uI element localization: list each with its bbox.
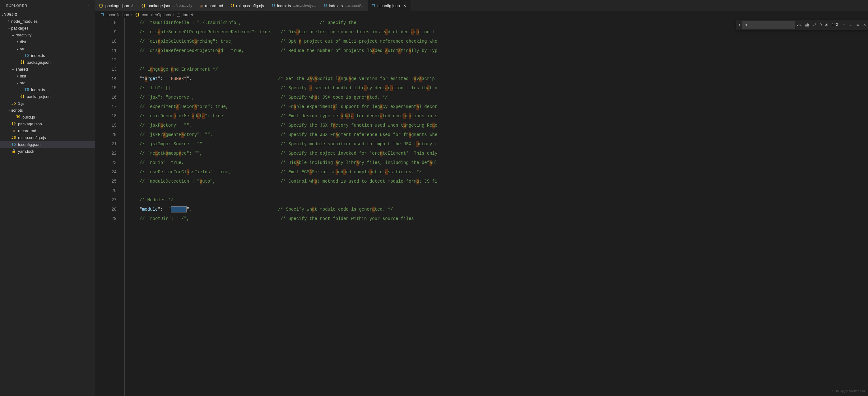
editor-tab[interactable]: JSrollup.config.cjs [227,0,268,11]
ts-icon: TS [24,87,29,92]
code-line[interactable]: // "jsx": "preserve", /* Specify what JS… [129,93,868,102]
watermark: CSDN @youyoufenglai [830,389,865,393]
breadcrumb-item[interactable]: target [183,12,193,17]
regex-button[interactable]: .* [811,22,817,28]
tab-name: package.json [148,3,172,8]
find-prev-icon[interactable]: ↑ [841,22,847,28]
find-close-icon[interactable]: ✕ [861,22,868,28]
code-editor[interactable]: 8910111213141516171819202122232425262728… [95,18,868,396]
editor-tab[interactable]: {}package.json.\ [95,0,137,11]
breadcrumb[interactable]: TStsconfig.json›{}compilerOptions›▢targe… [95,11,868,18]
code-line[interactable] [129,186,868,195]
workspace-header[interactable]: ⌄ VUE3-2 [0,11,95,18]
folder-item[interactable]: ⌄src [0,79,95,86]
workspace-name: VUE3-2 [4,12,18,16]
tab-bar: {}package.json.\{}package.json...\reacti… [95,0,868,11]
chevron-right-icon: › [15,39,20,44]
folder-item[interactable]: ⌄scripts [0,107,95,114]
code-line[interactable]: // "jsxFragmentFactory": "", /* Specify … [129,130,868,140]
chevron-down-icon: ⌄ [6,108,11,112]
file-item[interactable]: JSbuild.js [0,114,95,120]
find-next-icon[interactable]: ↓ [847,22,854,28]
folder-item[interactable]: ⌄packages [0,25,95,31]
folder-item[interactable]: ⌄shared [0,66,95,72]
file-item[interactable]: TSindex.ts [0,86,95,93]
code-line[interactable]: // "disableReferencedProjectLoad": true,… [129,46,868,55]
explorer-title: EXPLORER [6,4,27,7]
chevron-down-icon: ⌄ [1,12,4,17]
code-line[interactable]: // "experimentalDecorators": true, /* En… [129,102,868,111]
editor-tab[interactable]: TStsconfig.json✕ [369,0,410,11]
md-icon: ◆ [200,3,203,8]
explorer-sidebar: EXPLORER ··· ⌄ VUE3-2 ›node_modules⌄pack… [0,0,95,396]
editor-tab[interactable]: ◆record.md [196,0,227,11]
explorer-more-icon[interactable]: ··· [87,4,91,7]
folder-label: dist [20,39,26,44]
file-label: index.ts [31,87,45,92]
chevron-right-icon: › [131,12,132,17]
match-case-button[interactable]: Aa [796,22,803,28]
editor-tab[interactable]: TSindex.ts...\shared\... [320,0,369,11]
folder-label: shared [16,67,28,71]
editor-area: {}package.json.\{}package.json...\reacti… [95,0,868,396]
editor-tab[interactable]: TSindex.ts...\reactivity\... [268,0,320,11]
file-item[interactable]: 🔒yarn.lock [0,148,95,155]
file-item[interactable]: {}package.json [0,59,95,66]
folder-item[interactable]: ›node_modules [0,18,95,25]
code-line[interactable]: // "disableSolutionSearching": true, /* … [129,37,868,46]
breadcrumb-item[interactable]: tsconfig.json [107,12,129,17]
js-icon: JS [11,101,16,106]
find-input[interactable] [742,21,795,29]
file-label: rollup.config.cjs [18,135,46,140]
file-item[interactable]: {}package.json [0,93,95,100]
folder-item[interactable]: ›dist [0,38,95,45]
symbol-icon: ▢ [177,12,180,17]
js-icon: JS [231,4,234,7]
file-label: tsconfig.json [18,142,40,147]
js-icon: JS [16,115,21,119]
folder-item[interactable]: ›dist [0,72,95,79]
editor-tab[interactable]: {}package.json...\reactivity [137,0,196,11]
code-line[interactable]: /* Language and Environment */ [129,65,868,74]
code-line[interactable]: // "noLib": true, /* Disable including a… [129,158,868,167]
code-line[interactable]: // "useDefineForClassFields": true, /* E… [129,167,868,177]
file-item[interactable]: TStsconfig.json [0,141,95,148]
file-label: index.ts [31,53,45,58]
folder-item[interactable]: ⌄reactivity [0,31,95,38]
find-widget: › Aa ab .* ? of 442 ↑ ↓ ≡ ✕ [736,20,868,30]
find-filter-icon[interactable]: ≡ [854,22,861,28]
file-item[interactable]: ◆record.md [0,127,95,134]
file-label: package.json [27,94,51,99]
json-icon: {} [20,94,25,99]
code-line[interactable]: "target": "ESNext", /* Set the JavaScrip… [129,74,868,83]
js-icon: JS [11,135,16,140]
chevron-down-icon: ⌄ [15,47,20,51]
code-line[interactable]: // "lib": [], /* Specify a set of bundle… [129,83,868,93]
code-line[interactable]: /* Modules */ [129,195,868,205]
code-line[interactable]: // "rootDir": "./", /* Specify the root … [129,214,868,223]
whole-word-button[interactable]: ab [803,22,810,28]
code-line[interactable] [129,55,868,65]
code-line[interactable]: // "emitDecoratorMetadata": true, /* Emi… [129,111,868,121]
code-line[interactable]: // "jsxFactory": "", /* Specify the JSX … [129,121,868,130]
ts-icon: TS [101,13,104,16]
code-line[interactable]: "module": "ESNext", /* Specify what modu… [129,205,868,214]
tab-name: package.json [105,3,129,8]
file-item[interactable]: {}package.json [0,120,95,127]
file-item[interactable]: JSrollup.config.cjs [0,134,95,141]
tab-detail: ...\shared\... [345,3,364,8]
code-line[interactable]: // "reactNamespace": "", /* Specify the … [129,149,868,158]
folder-item[interactable]: ⌄src [0,45,95,52]
code-line[interactable]: // "moduleDetection": "auto", /* Control… [129,177,868,186]
file-item[interactable]: TSindex.ts [0,52,95,59]
file-tree: ›node_modules⌄packages⌄reactivity›dist⌄s… [0,18,95,155]
code-line[interactable]: // "jsxImportSource": "", /* Specify mod… [129,140,868,149]
file-item[interactable]: JS1.js [0,100,95,107]
code-content[interactable]: // "tsBuildInfoFile": "./.tsbuildinfo", … [129,18,868,396]
lock-icon: 🔒 [11,149,16,154]
chevron-down-icon: ⌄ [10,33,16,37]
find-expand-icon[interactable]: › [736,20,742,30]
close-icon[interactable]: ✕ [403,3,406,8]
folder-label: src [20,47,25,51]
breadcrumb-item[interactable]: compilerOptions [142,12,171,17]
